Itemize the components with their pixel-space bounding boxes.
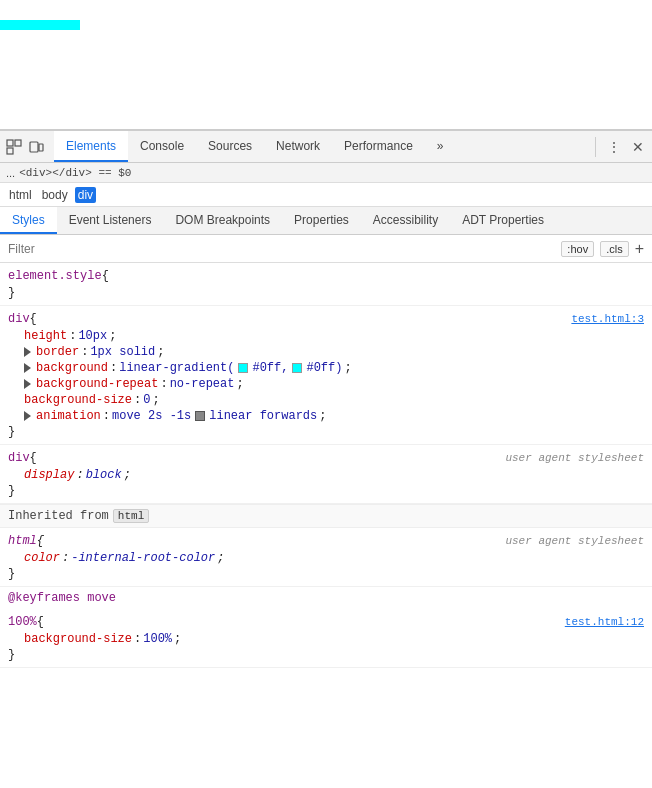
keyframes-header: @keyframes move (0, 587, 652, 609)
dom-path-bar: html body div (0, 183, 652, 207)
close-brace-div-ua: } (0, 483, 652, 499)
svg-rect-3 (30, 142, 38, 152)
expand-border-arrow[interactable] (24, 347, 31, 357)
svg-rect-4 (39, 144, 43, 151)
svg-rect-0 (7, 140, 13, 146)
prop-bg-size-100: background-size : 100% ; (0, 631, 652, 647)
prop-animation: animation : move 2s -1s linear forwards … (0, 408, 652, 424)
selector-html-ua: html { user agent stylesheet (0, 532, 652, 550)
tab-network[interactable]: Network (264, 131, 332, 162)
tab-console[interactable]: Console (128, 131, 196, 162)
prop-color: color : -internal-root-color ; (0, 550, 652, 566)
devtools-tabs: Elements Console Sources Network Perform… (54, 131, 591, 162)
tab-adt-properties[interactable]: ADT Properties (450, 207, 556, 234)
tab-dom-breakpoints[interactable]: DOM Breakpoints (163, 207, 282, 234)
filter-hov-button[interactable]: :hov (561, 241, 594, 257)
source-user-agent: user agent stylesheet (505, 452, 644, 464)
source-html-ua: user agent stylesheet (505, 535, 644, 547)
prop-background: background : linear-gradient( #0ff, #0ff… (0, 360, 652, 376)
selector-100pct: 100% { test.html:12 (0, 613, 652, 631)
prop-display: display : block ; (0, 467, 652, 483)
toolbar-divider (595, 137, 596, 157)
style-block-html-ua: html { user agent stylesheet color : -in… (0, 528, 652, 587)
selector-element-style: element.style { (0, 267, 652, 285)
animated-bar (0, 20, 80, 30)
devtools-toolbar: Elements Console Sources Network Perform… (0, 131, 652, 163)
tab-performance[interactable]: Performance (332, 131, 425, 162)
svg-rect-1 (15, 140, 21, 146)
toolbar-right: ⋮ ✕ (591, 137, 648, 157)
styles-content[interactable]: element.style { } div { test.html:3 heig… (0, 263, 652, 788)
breadcrumb-code: <div></div> == $0 (19, 167, 131, 179)
inherited-from-label: Inherited from (8, 509, 109, 523)
breadcrumb: ... <div></div> == $0 (0, 163, 652, 183)
source-link-main[interactable]: test.html:3 (571, 313, 644, 325)
filter-add-button[interactable]: + (635, 241, 644, 257)
close-brace-html-ua: } (0, 566, 652, 582)
dom-path-html[interactable]: html (6, 187, 35, 203)
breadcrumb-ellipsis: ... (6, 167, 15, 179)
selector-div-main: div { test.html:3 (0, 310, 652, 328)
filter-cls-button[interactable]: .cls (600, 241, 629, 257)
style-block-element: element.style { } (0, 263, 652, 306)
tab-styles[interactable]: Styles (0, 207, 57, 234)
close-brace-keyframes: } (0, 647, 652, 663)
device-toggle-icon[interactable] (26, 137, 46, 157)
style-block-div-main: div { test.html:3 height : 10px ; border… (0, 306, 652, 445)
style-block-keyframes-100: 100% { test.html:12 background-size : 10… (0, 609, 652, 668)
close-devtools-button[interactable]: ✕ (628, 137, 648, 157)
styles-panel-tabs: Styles Event Listeners DOM Breakpoints P… (0, 207, 652, 235)
inherited-from-header: Inherited from html (0, 504, 652, 528)
more-options-button[interactable]: ⋮ (604, 137, 624, 157)
prop-height: height : 10px ; (0, 328, 652, 344)
color-swatch-2[interactable] (292, 363, 302, 373)
tab-properties[interactable]: Properties (282, 207, 361, 234)
style-block-div-ua: div { user agent stylesheet display : bl… (0, 445, 652, 504)
tab-event-listeners[interactable]: Event Listeners (57, 207, 164, 234)
expand-bg-repeat-arrow[interactable] (24, 379, 31, 389)
filter-input[interactable] (8, 242, 561, 256)
tab-accessibility[interactable]: Accessibility (361, 207, 450, 234)
close-brace: } (0, 285, 652, 301)
animation-timing-swatch[interactable] (195, 411, 205, 421)
filter-bar: :hov .cls + (0, 235, 652, 263)
expand-animation-arrow[interactable] (24, 411, 31, 421)
preview-area (0, 0, 652, 130)
selector-div-ua: div { user agent stylesheet (0, 449, 652, 467)
toolbar-icons (4, 137, 46, 157)
filter-controls: :hov .cls + (561, 241, 644, 257)
prop-background-size: background-size : 0 ; (0, 392, 652, 408)
tab-more[interactable]: » (425, 131, 456, 162)
inspect-icon[interactable] (4, 137, 24, 157)
tab-elements[interactable]: Elements (54, 131, 128, 162)
close-brace-div-main: } (0, 424, 652, 440)
inherited-tag[interactable]: html (113, 509, 149, 523)
prop-border: border : 1px solid ; (0, 344, 652, 360)
prop-background-repeat: background-repeat : no-repeat ; (0, 376, 652, 392)
devtools-panel: Elements Console Sources Network Perform… (0, 130, 652, 788)
color-swatch-1[interactable] (238, 363, 248, 373)
source-link-keyframes[interactable]: test.html:12 (565, 616, 644, 628)
dom-path-div[interactable]: div (75, 187, 96, 203)
dom-path-body[interactable]: body (39, 187, 71, 203)
expand-background-arrow[interactable] (24, 363, 31, 373)
svg-rect-2 (7, 148, 13, 154)
tab-sources[interactable]: Sources (196, 131, 264, 162)
